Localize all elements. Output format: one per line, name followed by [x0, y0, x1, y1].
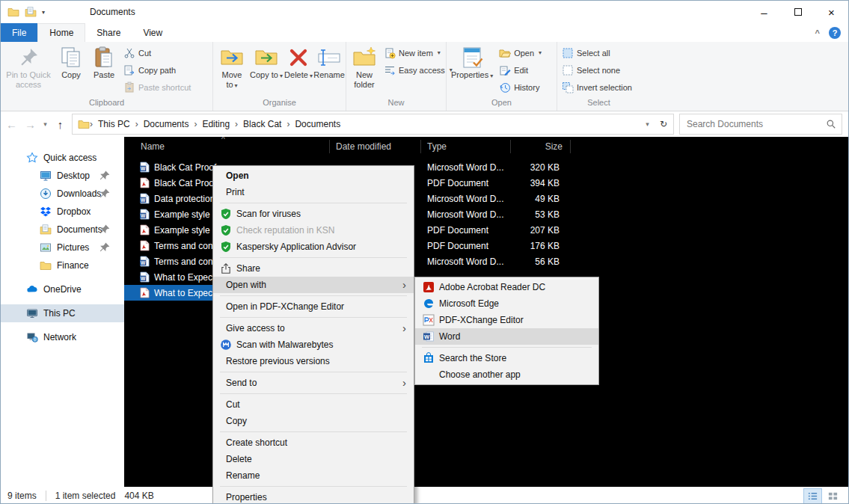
context-menu-item-share[interactable]: Share	[213, 260, 414, 277]
button-label: Copy path	[138, 66, 176, 75]
paste-shortcut-button[interactable]: Paste shortcut	[120, 79, 194, 96]
context-menu-item-copy[interactable]: Copy	[213, 413, 414, 429]
context-menu-item-open-in-pdf-xchange-editor[interactable]: Open in PDF-XChange Editor	[213, 298, 414, 315]
properties-button[interactable]: Properties▾	[448, 43, 496, 96]
qat-folder-icon[interactable]	[25, 6, 37, 18]
menu-separator	[220, 393, 407, 394]
context-menu-item-print[interactable]: Print	[213, 184, 414, 200]
open-with-item-pdf-xchange-editor[interactable]: PDF-XChange Editor	[415, 312, 598, 328]
thumbnails-view-button[interactable]	[824, 489, 842, 503]
invert-selection-button[interactable]: Invert selection	[559, 79, 635, 96]
tab-share[interactable]: Share	[85, 23, 132, 42]
context-menu-item-give-access-to[interactable]: Give access to	[213, 320, 414, 336]
qat-customize-icon[interactable]: ▾	[42, 9, 45, 16]
paste-button[interactable]: Paste	[88, 43, 120, 96]
context-menu-item-scan-with-malwarebytes[interactable]: Scan with Malwarebytes	[213, 336, 414, 353]
menu-separator	[220, 486, 407, 487]
breadcrumb-item-documents[interactable]: Documents	[289, 119, 346, 129]
forward-button[interactable]: →	[21, 114, 40, 135]
location-folder-icon	[78, 118, 90, 130]
kaspersky-shield-icon	[220, 224, 232, 236]
context-menu-item-delete[interactable]: Delete	[213, 451, 414, 467]
sidebar-item-onedrive[interactable]: OneDrive	[1, 280, 124, 298]
status-bar: 9 items 1 item selected 404 KB	[1, 487, 848, 504]
sidebar-item-downloads[interactable]: Downloads	[1, 185, 124, 203]
breadcrumb-item-black-cat[interactable]: Black Cat	[238, 119, 286, 129]
sidebar-item-desktop[interactable]: Desktop	[1, 167, 124, 185]
context-menu-item-open-with[interactable]: Open with	[213, 277, 414, 293]
history-button[interactable]: History	[496, 79, 545, 96]
open-with-item-search-the-store[interactable]: Search the Store	[415, 350, 598, 366]
breadcrumb-item-this-pc[interactable]: This PC	[93, 119, 135, 129]
svg-text:W: W	[141, 260, 146, 265]
new-folder-button[interactable]: New folder	[348, 43, 381, 96]
button-label: Copy	[61, 70, 81, 80]
new-item-button[interactable]: New item ▾	[381, 44, 456, 61]
pin-to-quick-access-button[interactable]: Pin to Quick access	[2, 43, 55, 96]
tab-file[interactable]: File	[1, 23, 37, 42]
edit-button[interactable]: Edit	[496, 61, 545, 79]
address-box[interactable]: ›This PC›Documents›Editing›Black Cat›Doc…	[72, 114, 674, 135]
column-header-label: Type	[427, 141, 447, 152]
file-name: Terms and con	[154, 241, 213, 251]
column-header-label: Date modified	[336, 141, 391, 152]
open-with-item-microsoft-edge[interactable]: Microsoft Edge	[415, 295, 598, 312]
tab-home[interactable]: Home	[37, 23, 85, 42]
column-header-size[interactable]: Size	[511, 140, 571, 153]
open-button[interactable]: Open ▾	[496, 44, 545, 61]
file-size-cell: 320 KB	[511, 162, 571, 173]
select-none-button[interactable]: Select none	[559, 61, 635, 79]
recent-locations-icon[interactable]: ▾	[40, 114, 51, 135]
sidebar-item-quick-access[interactable]: Quick access	[1, 149, 124, 167]
collapse-ribbon-icon[interactable]: ^	[815, 28, 820, 37]
context-menu-item-open[interactable]: Open	[213, 168, 414, 184]
column-header-type[interactable]: Type	[421, 140, 511, 153]
tab-view[interactable]: View	[132, 23, 174, 42]
sidebar-item-finance[interactable]: Finance	[1, 256, 124, 274]
move-to-button[interactable]: Move to▾	[215, 43, 249, 96]
context-menu-item-create-shortcut[interactable]: Create shortcut	[213, 434, 414, 451]
context-menu-item-scan-for-viruses[interactable]: Scan for viruses	[213, 206, 414, 222]
context-menu-item-rename[interactable]: Rename	[213, 467, 414, 484]
context-menu-item-kaspersky-application-advisor[interactable]: Kaspersky Application Advisor	[213, 239, 414, 255]
copy-path-button[interactable]: Copy path	[120, 61, 194, 79]
sidebar-item-this-pc[interactable]: This PC	[1, 304, 124, 322]
address-dropdown-icon[interactable]: ▾	[642, 114, 653, 135]
sidebar-item-pictures[interactable]: Pictures	[1, 239, 124, 256]
context-menu-item-cut[interactable]: Cut	[213, 396, 414, 413]
close-button[interactable]: ×	[815, 1, 848, 23]
help-icon[interactable]: ?	[829, 27, 841, 39]
search-icon[interactable]	[826, 119, 836, 129]
context-menu-item-check-reputation-in-ksn[interactable]: Check reputation in KSN	[213, 222, 414, 239]
open-with-item-choose-another-app[interactable]: Choose another app	[415, 366, 598, 383]
breadcrumb-item-documents[interactable]: Documents	[138, 119, 194, 129]
up-button[interactable]: ↑	[51, 114, 70, 135]
easy-access-button[interactable]: Easy access ▾	[381, 61, 456, 79]
sidebar-item-dropbox[interactable]: Dropbox	[1, 203, 124, 221]
sidebar-item-documents[interactable]: Documents	[1, 221, 124, 239]
context-menu-item-send-to[interactable]: Send to	[213, 375, 414, 391]
refresh-icon[interactable]: ↻	[660, 119, 667, 129]
search-input[interactable]	[687, 119, 826, 129]
rename-button[interactable]: Rename	[313, 43, 345, 96]
sidebar-item-network[interactable]: Network	[1, 328, 124, 346]
context-menu-item-restore-previous-versions[interactable]: Restore previous versions	[213, 353, 414, 369]
word-file-icon: W	[140, 162, 150, 173]
maximize-button[interactable]	[781, 1, 815, 23]
column-header-date-modified[interactable]: Date modified	[330, 140, 421, 153]
open-with-item-adobe-acrobat-reader-dc[interactable]: Adobe Acrobat Reader DC	[415, 279, 598, 295]
back-button[interactable]: ←	[2, 114, 21, 135]
delete-button[interactable]: Delete▾	[283, 43, 313, 96]
select-all-button[interactable]: Select all	[559, 44, 635, 61]
menu-separator	[220, 431, 407, 432]
menu-item-label: Properties	[226, 492, 267, 503]
minimize-button[interactable]: –	[747, 1, 781, 23]
copy-to-button[interactable]: Copy to▾	[249, 43, 283, 96]
column-header-name[interactable]: Name	[124, 140, 330, 153]
details-view-button[interactable]	[804, 489, 821, 503]
copy-button[interactable]: Copy	[55, 43, 88, 96]
breadcrumb-item-editing[interactable]: Editing	[197, 119, 235, 129]
context-menu-item-properties[interactable]: Properties	[213, 489, 414, 504]
cut-button[interactable]: Cut	[120, 44, 194, 61]
open-with-item-word[interactable]: WWord	[415, 328, 598, 345]
